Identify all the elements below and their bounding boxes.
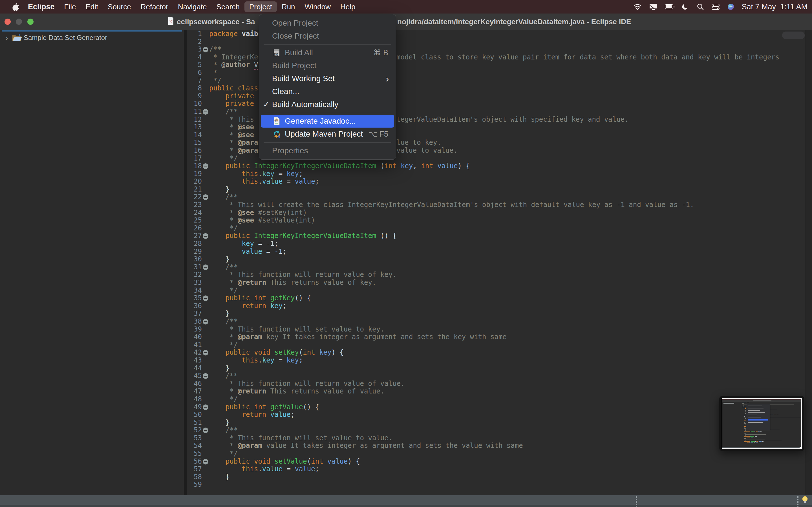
- menubar-item-project[interactable]: Project: [245, 1, 277, 12]
- gutter-cell: [202, 263, 209, 271]
- fold-marker-icon[interactable]: [203, 265, 208, 270]
- menubar-item-source[interactable]: Source: [103, 0, 136, 13]
- fold-marker-icon[interactable]: [203, 47, 208, 52]
- menu-item-properties[interactable]: Properties: [259, 144, 396, 157]
- code-token: ,: [413, 162, 421, 170]
- screen-preview-pip[interactable]: [719, 396, 804, 451]
- menubar-item-eclipse[interactable]: Eclipse: [23, 0, 59, 13]
- fold-marker-icon[interactable]: [203, 428, 208, 433]
- close-window-button[interactable]: [4, 18, 11, 25]
- code-token: return: [242, 302, 270, 310]
- code-token: value: [242, 247, 262, 256]
- fold-marker-icon[interactable]: [203, 404, 208, 410]
- do-not-disturb-moon-icon[interactable]: [682, 3, 689, 10]
- line-number: 46: [187, 380, 202, 388]
- code-line: 52 /**: [187, 427, 806, 434]
- code-token: [209, 92, 225, 100]
- minimize-window-button[interactable]: [16, 18, 22, 25]
- menubar-item-search[interactable]: Search: [212, 0, 245, 13]
- menubar-item-navigate[interactable]: Navigate: [173, 0, 212, 13]
- code-token: [209, 100, 225, 108]
- eclipse-window: eclipseworkspace - Sa nojidra/dataitem/I…: [0, 13, 812, 507]
- fold-marker-icon[interactable]: [203, 459, 208, 464]
- menu-item-build-project[interactable]: Build Project: [259, 59, 396, 72]
- spotlight-search-icon[interactable]: [697, 3, 704, 10]
- wifi-icon[interactable]: [633, 3, 642, 10]
- line-number: 13: [187, 123, 202, 131]
- line-number: 52: [187, 427, 202, 434]
- line-number: 56: [187, 458, 202, 466]
- apple-logo-icon[interactable]: [12, 0, 19, 13]
- line-number: 41: [187, 341, 202, 349]
- chevron-right-icon[interactable]: ›: [3, 34, 10, 42]
- menubar-item-file[interactable]: File: [59, 0, 81, 13]
- menu-item-close-project[interactable]: Close Project: [259, 30, 396, 43]
- menu-item-generate-javadoc[interactable]: @Generate Javadoc...: [261, 115, 394, 128]
- code-token: int: [311, 457, 327, 465]
- lightbulb-tips-icon[interactable]: [802, 496, 808, 505]
- line-number: 59: [187, 481, 202, 489]
- fold-marker-icon[interactable]: [203, 319, 208, 325]
- line-number: 58: [187, 473, 202, 481]
- menu-item-shortcut: ⌥ F5: [368, 129, 396, 138]
- menu-item-build-all[interactable]: 010Build All⌘ B: [259, 46, 396, 59]
- menu-item-label: Properties: [272, 146, 308, 155]
- editor-scrollbar-thumb[interactable]: [782, 32, 805, 39]
- screen-mirroring-icon[interactable]: [649, 3, 658, 10]
- menubar-item-refactor[interactable]: Refactor: [136, 0, 173, 13]
- menu-item-update-maven-project[interactable]: MUpdate Maven Project⌥ F5: [259, 128, 396, 140]
- gutter-cell: [202, 232, 209, 240]
- line-number: 12: [187, 116, 202, 124]
- control-center-icon[interactable]: [711, 3, 720, 10]
- code-token: value: [327, 457, 348, 465]
- code-token: @see: [238, 216, 254, 224]
- sidebar-editor-divider[interactable]: [184, 30, 187, 495]
- line-number: 19: [187, 170, 202, 178]
- menu-item-build-automatically[interactable]: ✓Build Automatically: [259, 98, 396, 111]
- menubar-item-run[interactable]: Run: [277, 0, 300, 13]
- menu-item-clean[interactable]: Clean...: [259, 85, 396, 98]
- project-tree-item[interactable]: › J Sample Data Set Generator: [0, 33, 107, 43]
- code-line: 37 }: [187, 310, 806, 318]
- code-token: #setKey(int): [254, 209, 307, 217]
- editor-scrollbar-track[interactable]: [806, 30, 812, 495]
- menu-item-open-project[interactable]: Open Project: [259, 17, 396, 30]
- code-token: * This: [209, 115, 254, 123]
- code-token: key: [242, 240, 254, 247]
- code-token: (: [299, 348, 303, 356]
- code-token: @return: [238, 279, 266, 286]
- fold-marker-icon[interactable]: [203, 163, 208, 169]
- battery-icon[interactable]: [665, 4, 675, 9]
- fold-marker-icon[interactable]: [203, 194, 208, 200]
- line-number: 43: [187, 356, 202, 364]
- zoom-window-button[interactable]: [28, 18, 34, 25]
- fold-marker-icon[interactable]: [203, 373, 208, 379]
- code-line: 47 * @return This returns value of value…: [187, 388, 806, 395]
- code-line: 21 }: [187, 186, 806, 193]
- fold-marker-icon[interactable]: [203, 109, 208, 115]
- menu-separator: [264, 142, 391, 143]
- code-token: this: [242, 356, 258, 364]
- menubar-item-help[interactable]: Help: [336, 0, 360, 13]
- fold-marker-icon[interactable]: [203, 350, 208, 355]
- statusbar-drag-handle-icon[interactable]: [797, 496, 799, 507]
- fold-marker-icon[interactable]: [203, 295, 208, 301]
- menubar-clock[interactable]: Sat 7 May 1:11 AM: [742, 3, 808, 11]
- menubar-item-window[interactable]: Window: [300, 0, 336, 13]
- siri-icon[interactable]: [727, 3, 734, 10]
- pip-mini-dropdown: [746, 404, 770, 431]
- fold-marker-icon[interactable]: [203, 233, 208, 239]
- code-line: 26 */: [187, 224, 806, 232]
- pip-mini-statusbar: [722, 447, 801, 448]
- line-number: 30: [187, 256, 202, 263]
- code-token: 1;: [278, 247, 287, 256]
- gutter-cell: [202, 46, 209, 54]
- statusbar-drag-handle-icon[interactable]: [636, 496, 637, 507]
- line-number: 44: [187, 364, 202, 372]
- code-token: (: [307, 457, 311, 465]
- code-fragment-right-of-menu: value to value.: [396, 147, 458, 155]
- code-line: 44 }: [187, 364, 806, 372]
- code-token: setValue: [274, 457, 307, 465]
- menu-item-build-working-set[interactable]: Build Working Set›: [259, 72, 396, 85]
- menubar-item-edit[interactable]: Edit: [81, 0, 103, 13]
